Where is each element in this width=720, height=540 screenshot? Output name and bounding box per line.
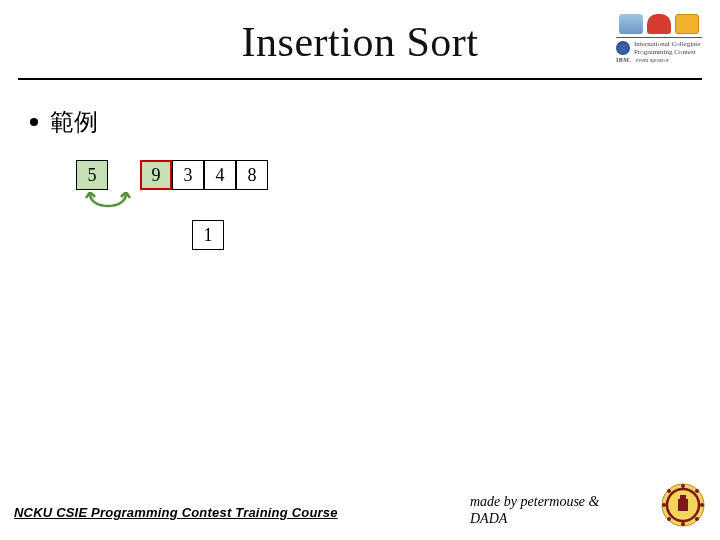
acm-circle-icon: [616, 41, 630, 55]
logo-blue-icon: [619, 14, 643, 34]
bullet-label: 範例: [50, 106, 98, 138]
svg-point-3: [681, 522, 685, 526]
footer-credit-line1: made by petermouse &: [470, 494, 599, 509]
logo-ibm-row: IBM. event sponsor: [614, 56, 704, 64]
logo-acm-row: International CollegiateProgramming Cont…: [614, 40, 704, 56]
logo-row-icons: [614, 14, 704, 34]
swap-arrow-icon: [82, 192, 134, 218]
extracted-cell-value: 1: [204, 225, 213, 246]
svg-rect-11: [680, 495, 686, 499]
array-cell-value: 3: [184, 165, 193, 186]
logo-yellow-icon: [675, 14, 699, 34]
acm-text: International CollegiateProgramming Cont…: [634, 40, 700, 56]
slide: International CollegiateProgramming Cont…: [0, 0, 720, 540]
svg-point-2: [681, 484, 685, 488]
bullet-icon: [30, 118, 38, 126]
array-cell-0: 5: [76, 160, 108, 190]
svg-rect-10: [678, 499, 688, 511]
logo-red-icon: [647, 14, 671, 34]
array-cell-1: 9: [140, 160, 172, 190]
footer-credit-line2: DADA: [470, 511, 507, 526]
array-cell-value: 4: [216, 165, 225, 186]
extracted-cell: 1: [192, 220, 224, 250]
svg-point-4: [662, 503, 666, 507]
svg-point-6: [667, 489, 671, 493]
footer-credits: made by petermouse & DADA: [470, 494, 650, 528]
svg-point-8: [667, 517, 671, 521]
ibm-text: IBM.: [616, 57, 632, 63]
footer-course: NCKU CSIE Programming Contest Training C…: [14, 505, 338, 520]
bullet-row: 範例: [30, 106, 98, 138]
array-cell-value: 9: [152, 165, 161, 186]
sponsor-text: event sponsor: [636, 57, 669, 63]
array-cell-4: 8: [236, 160, 268, 190]
logo-divider: [616, 37, 702, 38]
svg-point-9: [695, 517, 699, 521]
sponsor-logos: International CollegiateProgramming Cont…: [614, 14, 704, 70]
array-cell-3: 4: [204, 160, 236, 190]
svg-point-5: [700, 503, 704, 507]
array-cell-2: 3: [172, 160, 204, 190]
page-title: Insertion Sort: [0, 0, 720, 66]
array-cell-value: 8: [248, 165, 257, 186]
title-divider: [18, 78, 702, 80]
array-cell-value: 5: [88, 165, 97, 186]
university-seal-icon: [660, 482, 706, 528]
svg-point-7: [695, 489, 699, 493]
